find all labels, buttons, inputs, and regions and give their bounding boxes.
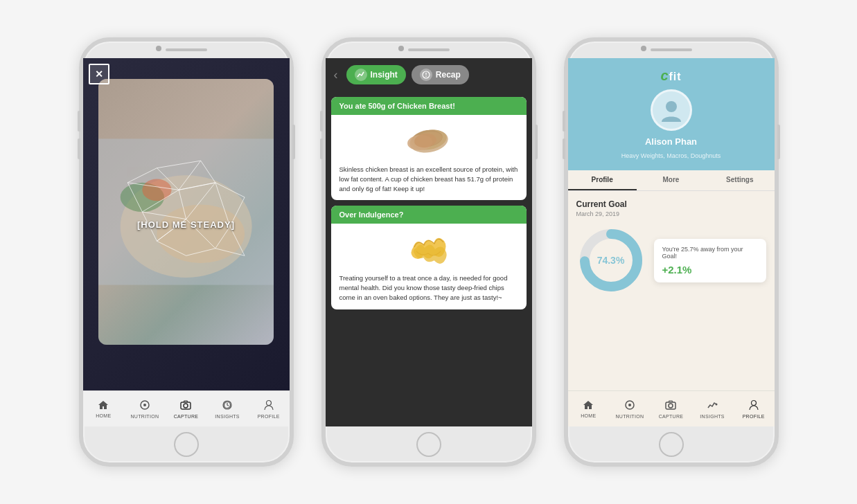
phone-3: cfit Alison Phan Heavy Weights, Macros, … [564, 37, 779, 467]
svg-point-50 [669, 404, 673, 408]
user-tags: Heavy Weights, Macros, Doughnuts [621, 152, 721, 159]
user-name: Alison Phan [645, 136, 697, 147]
goal-info-box: You're 25.7% away from your Goal! +2.1% [654, 239, 766, 282]
tab-profile[interactable]: Profile [568, 170, 637, 190]
nav-profile-label-1: PROFILE [258, 414, 280, 419]
profile-header: cfit Alison Phan Heavy Weights, Macros, … [568, 58, 775, 170]
donut-center-text: 74.3% [597, 255, 625, 266]
indulgence-card-header: Over Indulgence? [331, 206, 527, 224]
phone-side-left-2a [320, 111, 323, 132]
phone-side-left-1b [78, 138, 80, 159]
insight-header: ‹ Insight Recap [326, 58, 532, 91]
phone-home-btn-2[interactable] [416, 432, 441, 457]
nav-insights-1[interactable]: INSIGHTS [206, 399, 248, 419]
svg-point-33 [184, 404, 188, 408]
svg-point-52 [751, 400, 756, 405]
tab-settings[interactable]: Settings [705, 170, 774, 190]
close-icon: ✕ [95, 69, 103, 80]
goal-area: 74.3% You're 25.7% away from your Goal! … [576, 226, 766, 295]
svg-point-48 [628, 404, 631, 406]
svg-point-37 [425, 75, 427, 77]
chicken-card: You ate 500g of Chicken Breast! [331, 97, 527, 200]
nav-insights-label-1: INSIGHTS [215, 414, 239, 419]
nav-capture-label-1: CAPTURE [174, 414, 199, 419]
phone-home-btn-1[interactable] [174, 432, 199, 457]
indulgence-card-body: Treating yourself to a treat once a day,… [331, 224, 527, 309]
phone-side-left-3b [563, 138, 565, 159]
phone-camera-2 [398, 46, 404, 51]
chicken-emoji [405, 122, 453, 161]
insights-icon [222, 399, 233, 413]
nav-home-3[interactable]: HOME [568, 400, 610, 418]
tab-insight[interactable]: Insight [346, 65, 406, 84]
nav-profile-3[interactable]: PROFILE [733, 399, 775, 419]
home-icon-3 [583, 400, 594, 412]
nav-nutrition-label-3: NUTRITION [615, 414, 644, 419]
profile-body: Current Goal March 29, 2019 74.3% [568, 191, 775, 390]
profile-icon-3 [749, 399, 759, 413]
indulgence-card-text: Treating yourself to a treat once a day,… [339, 273, 518, 302]
phone1-bottom-nav: HOME NUTRITION CAPTURE [83, 390, 290, 426]
nav-capture-label-3: CAPTURE [659, 414, 684, 419]
phone-home-btn-3[interactable] [659, 432, 684, 457]
phone-1: ✕ [HOLD ME STEADY] HOME NUTRITION [79, 37, 294, 467]
chicken-card-text: Skinless chicken breast is an excellent … [339, 165, 518, 193]
phone-2: ‹ Insight Recap [321, 37, 536, 467]
nav-insights-3[interactable]: INSIGHTS [691, 399, 733, 419]
phone-speaker-3 [651, 48, 692, 51]
phone-camera-3 [641, 46, 646, 51]
chicken-card-body: Skinless chicken breast is an excellent … [331, 115, 527, 200]
phone-side-right-1 [292, 125, 295, 159]
phone-side-left-1a [78, 111, 80, 132]
food-container [98, 79, 274, 345]
chips-emoji [406, 231, 451, 269]
nutrition-icon-3 [624, 399, 635, 413]
phone-speaker-1 [166, 48, 207, 51]
chicken-card-header: You ate 500g of Chicken Breast! [331, 97, 527, 115]
phone-side-left-2b [320, 138, 323, 159]
capture-icon [179, 399, 192, 413]
nav-nutrition-label-1: NUTRITION [130, 414, 159, 419]
phone-side-right-3 [777, 125, 780, 159]
tab-more[interactable]: More [637, 170, 705, 190]
phone1-screen: ✕ [HOLD ME STEADY] HOME NUTRITION [83, 58, 290, 426]
cfit-c: c [660, 68, 669, 83]
phone-side-right-2 [535, 125, 538, 159]
nav-capture-1[interactable]: CAPTURE [166, 399, 207, 419]
profile-icon [264, 399, 274, 413]
food-image-area: ✕ [HOLD ME STEADY] [83, 58, 290, 390]
nav-home-label-1: HOME [96, 413, 111, 418]
back-button[interactable]: ‹ [334, 68, 338, 82]
svg-point-51 [716, 403, 718, 405]
nav-insights-label-3: INSIGHTS [700, 414, 724, 419]
phone-camera-1 [156, 46, 161, 51]
nav-home-label-3: HOME [581, 413, 596, 418]
goal-change-text: +2.1% [662, 264, 758, 276]
nav-profile-1[interactable]: PROFILE [248, 399, 290, 419]
home-icon [98, 400, 109, 412]
away-text: You're 25.7% away from your Goal! [662, 246, 758, 260]
nav-capture-3[interactable]: CAPTURE [651, 399, 692, 419]
insight-content: You ate 500g of Chicken Breast! [326, 91, 532, 426]
wireframe-overlay [98, 79, 274, 345]
nutrition-icon [139, 399, 150, 413]
phone-speaker-2 [408, 48, 450, 51]
current-goal-label: Current Goal [576, 199, 766, 209]
phone3-bottom-nav: HOME NUTRITION CAPTURE [568, 390, 775, 426]
svg-point-44 [666, 101, 677, 112]
nav-nutrition-3[interactable]: NUTRITION [609, 399, 651, 419]
close-button[interactable]: ✕ [89, 64, 109, 84]
tab-group: Insight Recap [346, 65, 524, 84]
recap-tab-icon [420, 69, 432, 81]
capture-icon-3 [664, 399, 677, 413]
indulgence-card: Over Indulgence? [331, 206, 527, 309]
nav-nutrition-1[interactable]: NUTRITION [124, 399, 166, 419]
nav-profile-label-3: PROFILE [743, 414, 765, 419]
cfit-fit: fit [669, 71, 682, 82]
svg-point-3 [142, 179, 171, 201]
tab-recap[interactable]: Recap [412, 65, 469, 84]
svg-point-31 [143, 404, 146, 406]
recap-tab-label: Recap [436, 70, 461, 80]
nav-home-1[interactable]: HOME [83, 400, 125, 418]
svg-point-34 [266, 400, 271, 405]
